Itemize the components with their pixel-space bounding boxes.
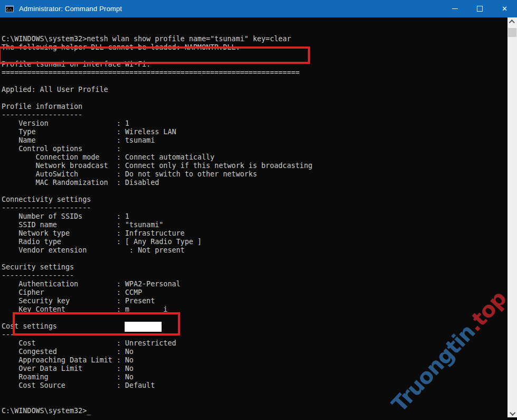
cmd-prompt-icon: C:\.	[5, 5, 14, 12]
window-title: Administrator: Command Prompt	[19, 5, 122, 13]
maximize-icon	[477, 6, 483, 12]
minimize-icon	[452, 8, 458, 9]
scroll-down-button[interactable]	[507, 408, 517, 417]
window-controls: ✕	[443, 0, 517, 17]
scroll-up-button[interactable]	[507, 17, 517, 26]
scrollbar-thumb[interactable]	[508, 28, 516, 37]
title-bar[interactable]: C:\. Administrator: Command Prompt ✕	[0, 0, 517, 17]
chevron-up-icon	[509, 20, 515, 25]
highlight-box-security-key	[13, 312, 180, 335]
vertical-scrollbar[interactable]	[507, 17, 517, 417]
cmd-icon-label: C:\.	[6, 8, 14, 11]
maximize-button[interactable]	[467, 0, 492, 17]
minimize-button[interactable]	[443, 0, 467, 17]
close-icon: ✕	[502, 5, 507, 12]
chevron-down-icon	[510, 409, 515, 415]
console-area[interactable]: C:\WINDOWS\system32>netsh wlan show prof…	[0, 17, 517, 420]
close-button[interactable]: ✕	[492, 0, 517, 17]
console-output: C:\WINDOWS\system32>netsh wlan show prof…	[2, 35, 313, 415]
highlight-box-command	[0, 46, 310, 64]
